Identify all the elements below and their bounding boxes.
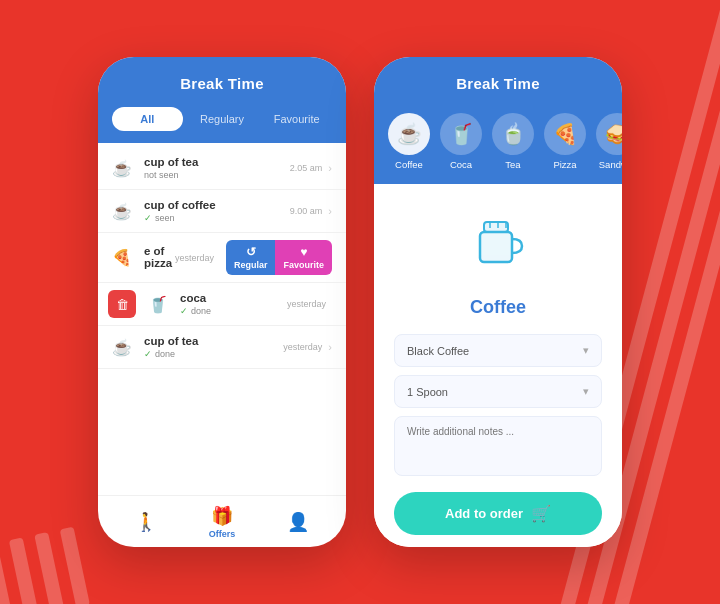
category-sandwich[interactable]: 🥪 Sandw... [596, 113, 622, 170]
item-name: cup of tea [144, 335, 283, 347]
item-name: cup of tea [144, 156, 290, 168]
tab-favourite[interactable]: Favourite [261, 107, 332, 131]
regular-label: Regular [234, 260, 268, 270]
item-icon: 🥤 [144, 290, 172, 318]
arrow-icon: › [328, 205, 332, 217]
tab-regulary[interactable]: Regulary [187, 107, 258, 131]
category-coca[interactable]: 🥤 Coca [440, 113, 482, 170]
select-arrow-icon2: ▾ [583, 385, 589, 398]
left-bottom-nav: 🚶 🎁 Offers 👤 [98, 495, 346, 547]
tea-icon-circle: 🍵 [492, 113, 534, 155]
coca-label: Coca [450, 159, 472, 170]
item-status: ✓ done [144, 349, 283, 359]
coffee-icon-circle: ☕ [388, 113, 430, 155]
item-time: 2.05 am [290, 163, 323, 173]
swipe-actions: ↺ Regular ♥ Favourite [226, 240, 332, 275]
list-item[interactable]: 🗑 🥤 coca ✓ done yesterday [98, 283, 346, 326]
item-info: cup of tea ✓ done [144, 335, 283, 359]
product-title: Coffee [470, 297, 526, 318]
tea-label: Tea [505, 159, 520, 170]
add-order-label: Add to order [445, 506, 523, 521]
notes-field[interactable] [394, 416, 602, 476]
list-item[interactable]: ☕ cup of tea ✓ done yesterday › [98, 326, 346, 369]
item-status: not seen [144, 170, 290, 180]
favourite-label: Favourite [283, 260, 324, 270]
svg-rect-5 [480, 232, 512, 262]
category-tea[interactable]: 🍵 Tea [492, 113, 534, 170]
item-time: yesterday [175, 253, 214, 263]
trash-icon: 🗑 [116, 297, 129, 312]
nav-home[interactable]: 🚶 [124, 511, 168, 533]
spoon-value: 1 Spoon [407, 386, 448, 398]
left-header: Break Time [98, 57, 346, 107]
item-name: coca [180, 292, 287, 304]
product-content: Coffee Black Coffee ▾ 1 Spoon ▾ Add to o… [374, 184, 622, 547]
phones-container: Break Time All Regulary Favourite ☕ cup … [98, 57, 622, 547]
item-info: e of pizza [144, 245, 175, 271]
left-phone: Break Time All Regulary Favourite ☕ cup … [98, 57, 346, 547]
coffee-label: Coffee [395, 159, 423, 170]
coffee-type-value: Black Coffee [407, 345, 469, 357]
pizza-icon-circle: 🍕 [544, 113, 586, 155]
profile-icon: 👤 [287, 511, 309, 533]
order-list: ☕ cup of tea not seen 2.05 am › ☕ cup of… [98, 143, 346, 495]
right-header-title: Break Time [456, 75, 540, 92]
arrow-icon: › [328, 341, 332, 353]
pizza-label: Pizza [553, 159, 576, 170]
item-icon: ☕ [108, 154, 136, 182]
spoon-select[interactable]: 1 Spoon ▾ [394, 375, 602, 408]
select-arrow-icon: ▾ [583, 344, 589, 357]
list-item[interactable]: ☕ cup of tea not seen 2.05 am › [98, 147, 346, 190]
status-text: seen [155, 213, 175, 223]
item-info: coca ✓ done [180, 292, 287, 316]
svg-rect-1 [484, 222, 508, 232]
item-time: yesterday [287, 299, 326, 309]
right-phone: Break Time ☕ Coffee 🥤 Coca 🍵 Tea 🍕 Pizza… [374, 57, 622, 547]
list-item[interactable]: 🍕 e of pizza yesterday ↺ Regular ♥ Favou… [98, 233, 346, 283]
offers-label: Offers [209, 529, 236, 539]
category-coffee[interactable]: ☕ Coffee [388, 113, 430, 170]
item-icon: ☕ [108, 197, 136, 225]
item-name: cup of coffee [144, 199, 290, 211]
list-item[interactable]: ☕ cup of coffee ✓ seen 9.00 am › [98, 190, 346, 233]
item-icon: ☕ [108, 333, 136, 361]
left-tab-bar: All Regulary Favourite [98, 107, 346, 143]
favourite-button[interactable]: ♥ Favourite [275, 240, 332, 275]
category-pizza[interactable]: 🍕 Pizza [544, 113, 586, 170]
item-status: ✓ done [180, 306, 287, 316]
delete-button[interactable]: 🗑 [108, 290, 136, 318]
product-icon [462, 204, 534, 291]
item-time: yesterday [283, 342, 322, 352]
nav-profile[interactable]: 👤 [276, 511, 320, 533]
sandwich-label: Sandw... [599, 159, 622, 170]
category-scroll: ☕ Coffee 🥤 Coca 🍵 Tea 🍕 Pizza 🥪 Sandw... [374, 107, 622, 184]
left-header-title: Break Time [180, 75, 264, 92]
heart-icon: ♥ [300, 245, 307, 259]
cart-icon: 🛒 [531, 504, 551, 523]
coca-icon-circle: 🥤 [440, 113, 482, 155]
item-icon: 🍕 [108, 244, 136, 272]
status-text: done [155, 349, 175, 359]
status-text: done [191, 306, 211, 316]
item-name: e of pizza [144, 245, 175, 269]
check-icon: ✓ [144, 349, 152, 359]
item-info: cup of tea not seen [144, 156, 290, 180]
item-status: ✓ seen [144, 213, 290, 223]
item-time: 9.00 am [290, 206, 323, 216]
check-icon: ✓ [180, 306, 188, 316]
sandwich-icon-circle: 🥪 [596, 113, 622, 155]
status-text: not seen [144, 170, 179, 180]
check-icon: ✓ [144, 213, 152, 223]
item-info: cup of coffee ✓ seen [144, 199, 290, 223]
arrow-icon: › [328, 162, 332, 174]
right-header: Break Time [374, 57, 622, 107]
add-order-button[interactable]: Add to order 🛒 [394, 492, 602, 535]
regular-icon: ↺ [246, 245, 256, 259]
tab-all[interactable]: All [112, 107, 183, 131]
person-icon: 🚶 [135, 511, 157, 533]
coffee-type-select[interactable]: Black Coffee ▾ [394, 334, 602, 367]
regular-button[interactable]: ↺ Regular [226, 240, 276, 275]
nav-offers[interactable]: 🎁 Offers [200, 505, 244, 539]
offers-icon: 🎁 [211, 505, 233, 527]
